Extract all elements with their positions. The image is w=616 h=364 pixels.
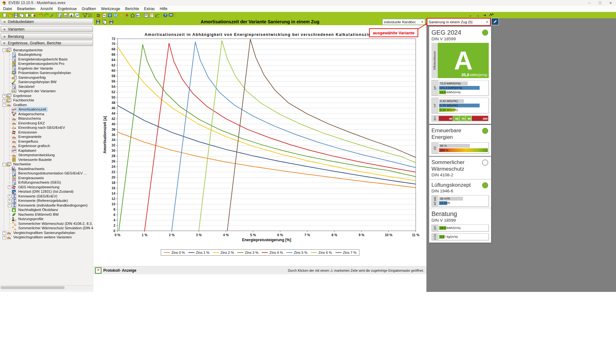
expand-plus-icon[interactable]: + — [8, 185, 11, 189]
result-chart-icon[interactable] — [155, 13, 160, 18]
expand-plus-icon[interactable]: + — [3, 94, 6, 98]
tree-item[interactable]: Bilanzschema — [0, 117, 94, 121]
tree-item[interactable]: Energieberatungsbericht Basis — [0, 57, 94, 62]
tree-item[interactable]: Energiefluss — [0, 139, 94, 144]
sidebar-horizontal-scrollbar[interactable] — [0, 285, 93, 290]
colored-document-icon[interactable] — [149, 13, 155, 18]
menu-item-ergebnisse[interactable]: Ergebnisse — [55, 6, 79, 12]
close-button[interactable]: ✕ — [605, 0, 616, 6]
tree-item[interactable]: Anlagenschema — [0, 112, 94, 117]
tree-item[interactable]: Strompreisentwicklung — [0, 153, 94, 158]
jump-arrow-icon[interactable]: ⇥ — [482, 13, 487, 18]
report-chart-icon[interactable] — [63, 13, 69, 18]
tree-item[interactable]: Berechnungsdokumentation GEG/EnEV ... — [0, 171, 94, 176]
expand-plus-icon[interactable]: + — [3, 231, 6, 235]
tree-item[interactable]: −Beratungsberichte — [0, 48, 94, 53]
sidebar-section-varianten[interactable]: »Varianten — [1, 26, 93, 32]
randbedingungen-dropdown[interactable]: individuelle Randbec ▼ — [382, 19, 425, 25]
curve-icon[interactable] — [489, 13, 494, 18]
menu-item-werkzeuge[interactable]: Werkzeuge — [99, 6, 123, 12]
building-icon[interactable] — [130, 13, 135, 18]
open-folder-icon[interactable] — [8, 13, 13, 18]
variant-dropdown[interactable]: Sanierung in einem Zug (5) ▼ — [427, 19, 490, 25]
chart-blue-icon[interactable] — [69, 13, 74, 18]
tree-item[interactable]: Energieausweis — [0, 176, 94, 180]
tree-item[interactable]: +Kennwerte (GEG/EnEV) — [0, 194, 94, 199]
close-protocol-icon[interactable]: ✕ — [95, 267, 101, 274]
expand-plus-icon[interactable]: + — [3, 236, 6, 239]
tree-item[interactable]: +Fachberichte — [0, 98, 94, 103]
expand-plus-icon[interactable]: + — [8, 204, 11, 207]
menu-item-bearbeiten[interactable]: Bearbeiten — [14, 6, 38, 12]
expand-plus-icon[interactable]: + — [3, 99, 6, 102]
tree-item[interactable]: Einordnung EKZ — [0, 121, 94, 126]
web-globe-icon[interactable] — [113, 13, 118, 18]
help-icon[interactable]: ? — [163, 13, 168, 18]
tree-item[interactable]: Energieberatungsbericht Pro — [0, 62, 94, 66]
collapse-minus-icon[interactable]: − — [3, 103, 6, 107]
tree-item[interactable]: +Kennwerte (Referenzgebäude) — [0, 199, 94, 203]
menu-item-grafiken[interactable]: Grafiken — [79, 6, 98, 12]
hierarchy-icon[interactable] — [82, 13, 88, 18]
emissions-icon[interactable] — [96, 13, 101, 18]
tree-item[interactable]: Sanierungsfahrplan BW — [0, 80, 94, 85]
tree-item[interactable]: Einordnung nach GEG/EnEV — [0, 126, 94, 130]
heat-bridge-icon[interactable]: WT — [135, 13, 141, 18]
monitor-icon[interactable] — [168, 13, 174, 18]
tree-item[interactable]: Energieanteile — [0, 135, 94, 139]
redo-icon[interactable] — [44, 13, 49, 18]
magic-wand-icon[interactable] — [49, 13, 55, 18]
save-icon[interactable] — [13, 13, 19, 18]
menu-item-extras[interactable]: Extras — [141, 6, 157, 12]
tree-item[interactable]: Ergebnisse grafisch — [0, 144, 94, 149]
import-icon[interactable] — [25, 13, 30, 18]
tree-item[interactable]: Sommerlicher Wärmeschutz (DIN 4108-2, 8.… — [0, 221, 94, 226]
heating-icon[interactable] — [124, 13, 130, 18]
menu-item-ansicht[interactable]: Ansicht — [38, 6, 55, 12]
collapse-minus-icon[interactable]: − — [3, 163, 6, 166]
maximize-button[interactable]: ☐ — [595, 0, 605, 6]
structure-list-icon[interactable] — [88, 13, 94, 18]
expand-plus-icon[interactable]: + — [8, 195, 11, 198]
tree-item[interactable]: Nachhaltigkeit Ökobilanz — [0, 208, 94, 213]
tree-item[interactable]: Präsentation Sanierungsfahrplan — [0, 71, 94, 76]
u-value-icon[interactable]: U — [107, 13, 113, 18]
back-arrow-icon[interactable]: ← — [468, 13, 473, 18]
tree-item[interactable]: Nachweis EWärmeG BW — [0, 212, 94, 217]
tree-item[interactable]: Baubegleitung — [0, 53, 94, 57]
tree-item[interactable]: Verbesserte Bauteile — [0, 157, 94, 162]
tree-item[interactable]: +Kennwerte (individuelle Randbedingungen… — [0, 203, 94, 208]
sidebar-section-ergebnisse-grafiken-berichte[interactable]: »Ergebnisse, Grafiken, Berichte — [1, 40, 93, 46]
tree-item[interactable]: +Ergebnisse — [0, 94, 94, 98]
undo-icon[interactable] — [38, 13, 44, 18]
edit-variant-button[interactable] — [491, 18, 499, 25]
sidebar-section-geb-udedaten[interactable]: »Gebäudedaten — [1, 19, 93, 25]
export-icon[interactable] — [30, 13, 36, 18]
solar-icon[interactable] — [118, 13, 124, 18]
energy-certificate-icon[interactable] — [101, 13, 107, 18]
tree-item[interactable]: Emissionen — [0, 130, 94, 135]
tree-item-selected[interactable]: Amortisationszeit — [0, 107, 94, 112]
menu-item-datei[interactable]: Datei — [1, 6, 14, 12]
tree-item[interactable]: Heizlast (DIN 12831) (Ist-Zustand) — [0, 190, 94, 194]
tree-item[interactable]: Ergebnis der Variante — [0, 66, 94, 71]
tree-item[interactable]: Sommerlicher Wärmeschutz Simulation (DIN… — [0, 226, 94, 231]
sidebar-section-beratung[interactable]: »Beratung — [1, 33, 93, 39]
tree-item[interactable]: −Grafiken — [0, 103, 94, 107]
tree-item[interactable]: Kapitalwert — [0, 148, 94, 153]
expand-plus-icon[interactable]: + — [8, 199, 11, 203]
new-document-icon[interactable] — [2, 13, 8, 18]
scrollbar-thumb[interactable] — [1, 286, 65, 289]
tree-item[interactable]: Erfüllungsnachweis (GEG) — [0, 180, 94, 185]
save-copy-icon[interactable] — [19, 13, 25, 18]
collapse-minus-icon[interactable]: − — [3, 48, 6, 52]
tree-item[interactable]: Bauteilnachweis — [0, 167, 94, 171]
forward-arrow-icon[interactable]: → — [475, 13, 480, 18]
tree-item[interactable]: +GEG Heizungsbewertung — [0, 185, 94, 190]
menu-item-hilfe[interactable]: Hilfe — [157, 6, 170, 12]
minimize-button[interactable]: ─ — [584, 0, 595, 6]
tree-item[interactable]: Steckbrief — [0, 84, 94, 89]
tree-item[interactable]: Vergleich der Varianten — [0, 89, 94, 94]
protocol-document-icon[interactable] — [143, 13, 149, 18]
tree-item[interactable]: +Vergleichsgrafiken Sanierungsfahrplan — [0, 230, 94, 235]
